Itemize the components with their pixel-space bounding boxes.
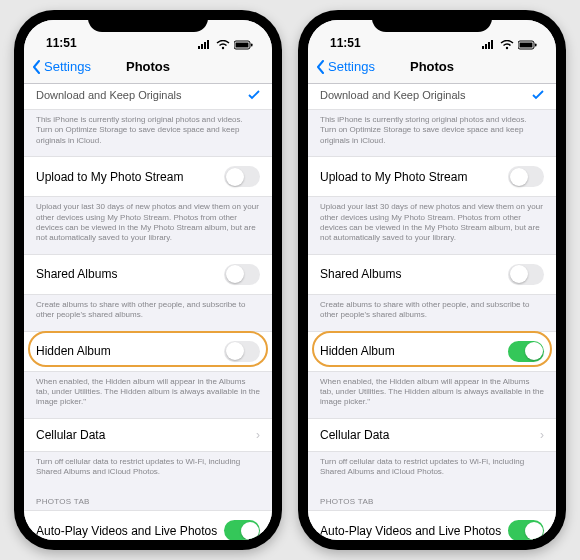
- row-hidden-album[interactable]: Hidden Album: [308, 331, 556, 372]
- svg-rect-0: [198, 46, 200, 49]
- row-photo-stream[interactable]: Upload to My Photo Stream: [308, 156, 556, 197]
- svg-rect-11: [491, 40, 493, 49]
- notch: [372, 10, 492, 32]
- hidden-footer: When enabled, the Hidden album will appe…: [308, 372, 556, 418]
- toggle-hidden-album[interactable]: [224, 341, 260, 362]
- toggle-autoplay[interactable]: [508, 520, 544, 540]
- row-download-originals[interactable]: Download and Keep Originals: [308, 84, 556, 110]
- download-originals-label: Download and Keep Originals: [320, 89, 466, 101]
- phone-frame-right: 11:51 Settings Photos Download and Keep …: [298, 10, 566, 550]
- svg-rect-3: [207, 40, 209, 49]
- toggle-photo-stream[interactable]: [508, 166, 544, 187]
- toggle-autoplay[interactable]: [224, 520, 260, 540]
- settings-content[interactable]: Download and Keep Originals This iPhone …: [24, 84, 272, 540]
- svg-rect-7: [251, 44, 253, 47]
- shared-albums-label: Shared Albums: [320, 267, 401, 281]
- nav-bar: Settings Photos: [308, 50, 556, 84]
- svg-rect-15: [535, 44, 537, 47]
- photos-tab-header: PHOTOS TAB: [308, 487, 556, 510]
- hidden-album-label: Hidden Album: [320, 344, 395, 358]
- status-indicators: [198, 40, 254, 50]
- row-photo-stream[interactable]: Upload to My Photo Stream: [24, 156, 272, 197]
- svg-point-4: [222, 47, 224, 49]
- status-time: 11:51: [330, 36, 361, 50]
- back-button[interactable]: Settings: [32, 59, 91, 74]
- cellular-footer: Turn off cellular data to restrict updat…: [24, 452, 272, 488]
- toggle-hidden-album[interactable]: [508, 341, 544, 362]
- autoplay-label: Auto-Play Videos and Live Photos: [36, 524, 217, 538]
- svg-point-12: [506, 47, 508, 49]
- svg-rect-6: [236, 43, 249, 48]
- stream-footer: Upload your last 30 days of new photos a…: [24, 197, 272, 254]
- photo-stream-label: Upload to My Photo Stream: [320, 170, 467, 184]
- screen: 11:51 Settings Photos Download and Keep …: [308, 20, 556, 540]
- download-originals-label: Download and Keep Originals: [36, 89, 182, 101]
- screen: 11:51 Settings Photos Download and Keep …: [24, 20, 272, 540]
- shared-footer: Create albums to share with other people…: [24, 295, 272, 331]
- back-label: Settings: [328, 59, 375, 74]
- autoplay-label: Auto-Play Videos and Live Photos: [320, 524, 501, 538]
- status-indicators: [482, 40, 538, 50]
- photo-stream-label: Upload to My Photo Stream: [36, 170, 183, 184]
- checkmark-icon: [532, 90, 544, 100]
- toggle-shared-albums[interactable]: [508, 264, 544, 285]
- svg-rect-8: [482, 46, 484, 49]
- checkmark-icon: [248, 90, 260, 100]
- row-shared-albums[interactable]: Shared Albums: [308, 254, 556, 295]
- battery-icon: [234, 40, 254, 50]
- cellular-data-label: Cellular Data: [320, 428, 389, 442]
- back-button[interactable]: Settings: [316, 59, 375, 74]
- chevron-right-icon: ›: [540, 428, 544, 442]
- row-download-originals[interactable]: Download and Keep Originals: [24, 84, 272, 110]
- svg-rect-10: [488, 42, 490, 49]
- toggle-shared-albums[interactable]: [224, 264, 260, 285]
- phone-frame-left: 11:51 Settings Photos Download and Keep …: [14, 10, 282, 550]
- wifi-icon: [216, 40, 230, 50]
- row-autoplay[interactable]: Auto-Play Videos and Live Photos: [308, 510, 556, 540]
- row-cellular-data[interactable]: Cellular Data ›: [308, 418, 556, 452]
- stream-footer: Upload your last 30 days of new photos a…: [308, 197, 556, 254]
- cellular-data-label: Cellular Data: [36, 428, 105, 442]
- row-hidden-album[interactable]: Hidden Album: [24, 331, 272, 372]
- row-shared-albums[interactable]: Shared Albums: [24, 254, 272, 295]
- row-autoplay[interactable]: Auto-Play Videos and Live Photos: [24, 510, 272, 540]
- signal-icon: [482, 40, 496, 50]
- svg-rect-14: [520, 43, 533, 48]
- svg-rect-1: [201, 44, 203, 49]
- shared-albums-label: Shared Albums: [36, 267, 117, 281]
- toggle-photo-stream[interactable]: [224, 166, 260, 187]
- notch: [88, 10, 208, 32]
- chevron-left-icon: [316, 60, 326, 74]
- nav-bar: Settings Photos: [24, 50, 272, 84]
- chevron-left-icon: [32, 60, 42, 74]
- photos-tab-header: PHOTOS TAB: [24, 487, 272, 510]
- chevron-right-icon: ›: [256, 428, 260, 442]
- wifi-icon: [500, 40, 514, 50]
- row-cellular-data[interactable]: Cellular Data ›: [24, 418, 272, 452]
- settings-content[interactable]: Download and Keep Originals This iPhone …: [308, 84, 556, 540]
- cellular-footer: Turn off cellular data to restrict updat…: [308, 452, 556, 488]
- hidden-footer: When enabled, the Hidden album will appe…: [24, 372, 272, 418]
- svg-rect-9: [485, 44, 487, 49]
- hidden-album-label: Hidden Album: [36, 344, 111, 358]
- shared-footer: Create albums to share with other people…: [308, 295, 556, 331]
- back-label: Settings: [44, 59, 91, 74]
- svg-rect-2: [204, 42, 206, 49]
- battery-icon: [518, 40, 538, 50]
- optimize-footer: This iPhone is currently storing origina…: [24, 110, 272, 156]
- status-time: 11:51: [46, 36, 77, 50]
- optimize-footer: This iPhone is currently storing origina…: [308, 110, 556, 156]
- signal-icon: [198, 40, 212, 50]
